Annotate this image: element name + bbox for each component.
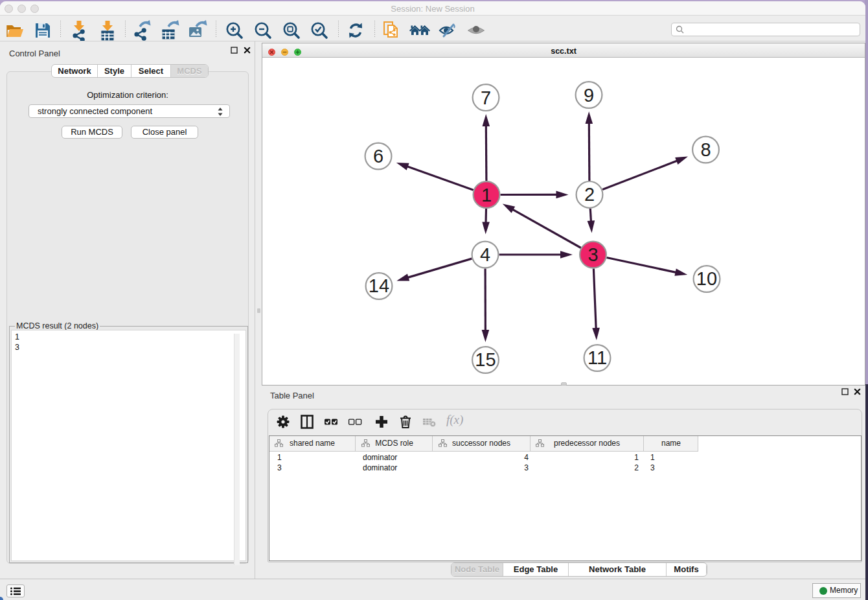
svg-text:8: 8 xyxy=(700,139,711,160)
svg-text:1: 1 xyxy=(481,185,492,205)
svg-text:7: 7 xyxy=(481,87,491,108)
svg-text:6: 6 xyxy=(373,146,383,167)
svg-text:9: 9 xyxy=(584,85,594,106)
svg-text:4: 4 xyxy=(480,244,490,265)
svg-text:2: 2 xyxy=(584,184,595,205)
svg-text:3: 3 xyxy=(588,244,598,265)
svg-text:10: 10 xyxy=(696,268,717,289)
svg-text:11: 11 xyxy=(588,347,607,368)
svg-text:14: 14 xyxy=(369,275,389,296)
svg-text:15: 15 xyxy=(475,349,496,370)
